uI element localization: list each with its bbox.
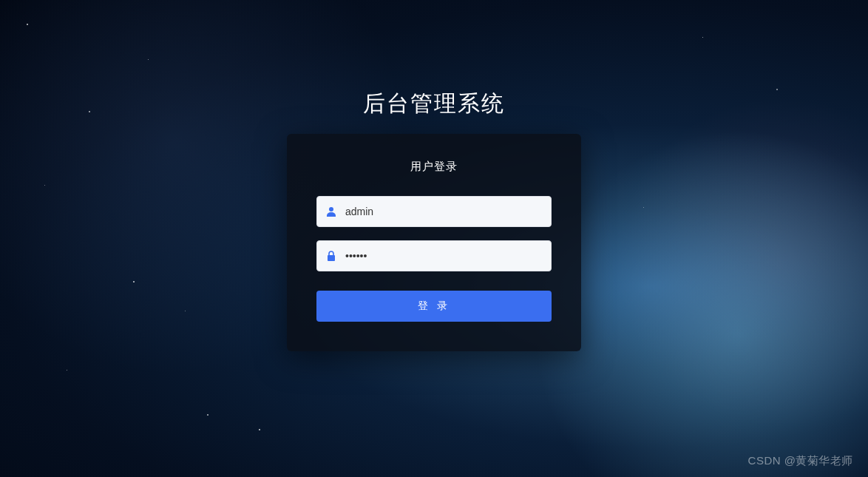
password-input[interactable] bbox=[316, 240, 552, 271]
page-title: 后台管理系统 bbox=[363, 89, 505, 119]
watermark-text: CSDN @黄菊华老师 bbox=[748, 454, 853, 468]
username-group bbox=[316, 196, 552, 227]
login-container: 后台管理系统 用户登录 登 录 bbox=[0, 0, 868, 477]
password-group bbox=[316, 240, 552, 271]
card-heading: 用户登录 bbox=[316, 160, 552, 174]
login-button[interactable]: 登 录 bbox=[316, 291, 552, 322]
login-card: 用户登录 登 录 bbox=[287, 134, 581, 351]
username-input[interactable] bbox=[316, 196, 552, 227]
